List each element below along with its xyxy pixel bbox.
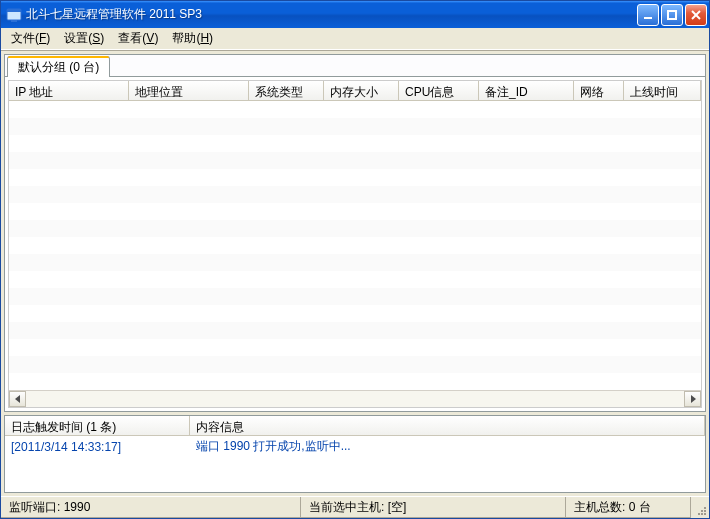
table-row xyxy=(9,101,701,118)
scroll-left-button[interactable] xyxy=(9,391,26,407)
col-online-time[interactable]: 上线时间 xyxy=(624,81,701,100)
svg-rect-11 xyxy=(704,510,706,512)
table-row xyxy=(9,254,701,271)
hosts-h-scrollbar[interactable] xyxy=(9,390,701,407)
col-location[interactable]: 地理位置 xyxy=(129,81,249,100)
table-row xyxy=(9,305,701,322)
table-row xyxy=(9,237,701,254)
tab-default-group-label: 默认分组 (0 台) xyxy=(18,59,99,76)
col-log-content[interactable]: 内容信息 xyxy=(190,416,705,435)
table-row xyxy=(9,186,701,203)
col-note-id[interactable]: 备注_ID xyxy=(479,81,574,100)
app-icon xyxy=(6,7,22,23)
table-row xyxy=(9,152,701,169)
window-title: 北斗七星远程管理软件 2011 SP3 xyxy=(26,6,637,23)
col-cpu[interactable]: CPU信息 xyxy=(399,81,479,100)
close-button[interactable] xyxy=(685,4,707,26)
table-row xyxy=(9,203,701,220)
log-row[interactable]: [2011/3/14 14:33:17] 端口 1990 打开成功,监听中... xyxy=(5,438,705,455)
table-row xyxy=(9,220,701,237)
titlebar[interactable]: 北斗七星远程管理软件 2011 SP3 xyxy=(1,1,709,28)
svg-rect-13 xyxy=(701,510,703,512)
hosts-body[interactable] xyxy=(9,101,701,390)
hosts-panel: 默认分组 (0 台) IP 地址 地理位置 系统类型 内存大小 CPU信息 备注… xyxy=(4,54,706,412)
table-row xyxy=(9,322,701,339)
svg-rect-9 xyxy=(704,513,706,515)
log-body[interactable]: [2011/3/14 14:33:17] 端口 1990 打开成功,监听中... xyxy=(5,436,705,492)
table-row xyxy=(9,339,701,356)
menubar: 文件(F) 设置(S) 查看(V) 帮助(H) xyxy=(1,28,709,50)
svg-rect-10 xyxy=(701,513,703,515)
svg-rect-1 xyxy=(7,9,21,12)
svg-marker-8 xyxy=(691,395,696,403)
col-memory[interactable]: 内存大小 xyxy=(324,81,399,100)
hosts-columns: IP 地址 地理位置 系统类型 内存大小 CPU信息 备注_ID 网络 上线时间 xyxy=(9,81,701,101)
log-message: 端口 1990 打开成功,监听中... xyxy=(190,438,705,455)
menu-file[interactable]: 文件(F) xyxy=(5,28,56,49)
log-columns: 日志触发时间 (1 条) 内容信息 xyxy=(5,416,705,436)
group-tabstrip: 默认分组 (0 台) xyxy=(5,55,705,77)
svg-rect-4 xyxy=(668,11,676,19)
table-row xyxy=(9,356,701,373)
statusbar: 监听端口: 1990 当前选中主机: [空] 主机总数: 0 台 xyxy=(1,496,709,518)
scroll-track[interactable] xyxy=(26,391,684,407)
hosts-listview: IP 地址 地理位置 系统类型 内存大小 CPU信息 备注_ID 网络 上线时间 xyxy=(8,80,702,408)
scroll-right-button[interactable] xyxy=(684,391,701,407)
status-port: 监听端口: 1990 xyxy=(1,497,301,518)
table-row xyxy=(9,169,701,186)
col-log-time[interactable]: 日志触发时间 (1 条) xyxy=(5,416,190,435)
minimize-button[interactable] xyxy=(637,4,659,26)
col-network[interactable]: 网络 xyxy=(574,81,624,100)
log-panel: 日志触发时间 (1 条) 内容信息 [2011/3/14 14:33:17] 端… xyxy=(4,415,706,493)
svg-rect-12 xyxy=(698,513,700,515)
tab-default-group[interactable]: 默认分组 (0 台) xyxy=(7,56,110,77)
status-selected-host: 当前选中主机: [空] xyxy=(301,497,566,518)
menu-settings[interactable]: 设置(S) xyxy=(58,28,110,49)
svg-marker-7 xyxy=(15,395,20,403)
col-ip[interactable]: IP 地址 xyxy=(9,81,129,100)
window-buttons xyxy=(637,4,707,26)
resize-grip[interactable] xyxy=(691,497,709,518)
app-window: 北斗七星远程管理软件 2011 SP3 文件(F) 设置(S) 查看(V) 帮助… xyxy=(0,0,710,519)
svg-rect-14 xyxy=(704,507,706,509)
menu-view[interactable]: 查看(V) xyxy=(112,28,164,49)
maximize-button[interactable] xyxy=(661,4,683,26)
svg-rect-2 xyxy=(11,20,17,22)
col-os[interactable]: 系统类型 xyxy=(249,81,324,100)
table-row xyxy=(9,288,701,305)
table-row xyxy=(9,118,701,135)
log-timestamp: [2011/3/14 14:33:17] xyxy=(5,440,190,454)
table-row xyxy=(9,135,701,152)
table-row xyxy=(9,271,701,288)
client-area: 默认分组 (0 台) IP 地址 地理位置 系统类型 内存大小 CPU信息 备注… xyxy=(1,51,709,496)
menu-help[interactable]: 帮助(H) xyxy=(166,28,219,49)
status-total-hosts: 主机总数: 0 台 xyxy=(566,497,691,518)
